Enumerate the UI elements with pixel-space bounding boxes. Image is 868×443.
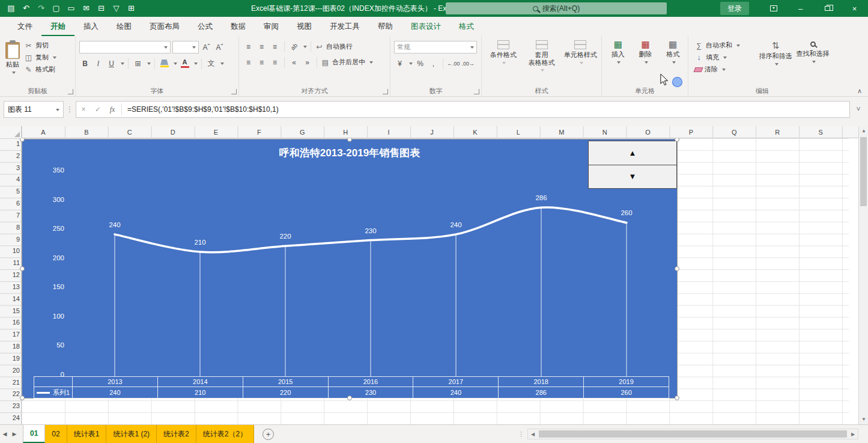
sheet-nav-right-icon[interactable]: ▶ [10,425,19,443]
row-header-6[interactable]: 6 [0,198,20,210]
bold-button[interactable]: B [79,58,91,69]
column-header-F[interactable]: F [238,126,281,138]
row-header-20[interactable]: 20 [0,365,20,377]
orientation-button[interactable]: ab [288,41,300,52]
scroll-left-icon[interactable]: ◀ [528,432,538,437]
ribbon-tab-文件[interactable]: 文件 [8,17,41,36]
sheet-tab-统计表2[interactable]: 统计表2 [157,425,196,443]
row-header-7[interactable]: 7 [0,210,20,222]
row-header-17[interactable]: 17 [0,329,20,341]
sheet-nav-left-icon[interactable]: ◀ [0,425,10,443]
sheet-tab-统计表1 (2)[interactable]: 统计表1 (2) [106,425,157,443]
login-button[interactable]: 登录 [720,2,749,15]
column-header-L[interactable]: L [497,126,540,138]
cell-styles-button[interactable]: 单元格样式 [562,39,599,87]
row-header-19[interactable]: 19 [0,353,20,365]
increase-decimal-button[interactable]: ←.00 [447,58,460,69]
row-header-22[interactable]: 22 [0,388,20,400]
row-header-11[interactable]: 11 [0,257,20,269]
name-box[interactable]: 图表 11 [4,101,64,118]
minimize-button[interactable]: – [787,0,814,17]
ribbon-tab-公式[interactable]: 公式 [189,17,222,36]
ribbon-tab-审阅[interactable]: 审阅 [255,17,288,36]
wrap-text-button[interactable]: ↩自动换行 [315,42,353,51]
font-size-combo[interactable] [172,41,199,53]
ribbon-tab-视图[interactable]: 视图 [288,17,321,36]
format-as-table-button[interactable]: 套用表格格式 [524,39,560,87]
restore-button[interactable] [814,0,841,17]
ribbon-tab-页面布局[interactable]: 页面布局 [141,17,189,36]
comma-style-button[interactable]: , [428,58,439,69]
email-icon[interactable]: ✉ [79,0,94,17]
column-header-N[interactable]: N [583,126,627,138]
chart-object[interactable]: 呼和浩特2013-2019年销售图表 050100150200250300350… [22,139,678,399]
scroll-up-icon[interactable]: ▲ [859,126,868,136]
expand-formula-bar-icon[interactable]: ˅ [852,101,864,118]
undo-icon[interactable]: ↶ [19,0,34,17]
row-header-5[interactable]: 5 [0,186,20,198]
scroll-down-icon[interactable]: ▼ [859,415,868,424]
italic-button[interactable]: I [93,58,104,69]
row-header-14[interactable]: 14 [0,293,20,305]
formula-input[interactable]: =SERIES(,'01'!$B$9:$H$9,'01'!$B$10:$H$10… [124,105,279,114]
column-header-J[interactable]: J [410,126,454,138]
sheet-tab-统计表2（2）[interactable]: 统计表2（2） [196,425,254,443]
align-top-icon[interactable]: ≡ [243,41,254,52]
row-header-10[interactable]: 10 [0,245,20,257]
row-header-1[interactable]: 1 [0,138,20,150]
row-header-12[interactable]: 12 [0,269,20,281]
row-header-9[interactable]: 9 [0,234,20,246]
fill-button[interactable]: ↓填充 [694,53,757,62]
column-header-I[interactable]: I [367,126,410,138]
new-sheet-button[interactable]: + [263,429,274,440]
row-header-13[interactable]: 13 [0,281,20,293]
collapse-ribbon-button[interactable]: ∧ [857,87,862,95]
column-header-G[interactable]: G [281,126,324,138]
fill-color-button[interactable] [159,58,170,69]
row-header-16[interactable]: 16 [0,317,20,329]
delete-cells-button[interactable]: ▦ 删除 [633,39,658,87]
sheet-tab-01[interactable]: 01 [23,425,45,443]
ribbon-tab-图表设计[interactable]: 图表设计 [402,17,450,36]
decrease-decimal-button[interactable]: .00→ [462,58,475,69]
filter-icon[interactable]: ▽ [109,0,124,17]
decrease-font-size-button[interactable]: Aˇ [214,41,225,53]
enter-icon[interactable]: ✓ [91,105,105,114]
row-header-23[interactable]: 23 [0,400,20,412]
decrease-indent-button[interactable]: « [288,57,300,68]
phonetic-guide-button[interactable]: 文 [205,58,217,69]
table-icon[interactable]: ⊞ [124,0,139,17]
column-header-H[interactable]: H [324,126,367,138]
merge-center-button[interactable]: ▤合并后居中 [321,58,373,67]
select-all-corner[interactable] [0,126,22,138]
sheet-tab-统计表1[interactable]: 统计表1 [67,425,107,443]
row-header-4[interactable]: 4 [0,174,20,186]
column-header-R[interactable]: R [756,126,799,138]
new-file-icon[interactable]: ▢ [49,0,64,17]
chart-resize-handle[interactable] [675,266,679,271]
ribbon-tab-开发工具[interactable]: 开发工具 [321,17,369,36]
percent-style-button[interactable]: % [414,58,426,69]
paste-button[interactable]: 粘贴 [4,39,22,87]
copy-button[interactable]: ◫复制 [24,53,56,62]
paste-dropdown[interactable] [12,72,16,76]
autosum-button[interactable]: ∑自动求和 [694,41,757,50]
ribbon-tab-绘图[interactable]: 绘图 [108,17,141,36]
close-button[interactable]: × [841,0,868,17]
column-header-S[interactable]: S [799,126,842,138]
vertical-scrollbar[interactable]: ▲ ▼ [858,126,868,424]
vertical-scrollbar-thumb[interactable] [860,137,867,206]
horizontal-scrollbar-thumb[interactable] [539,430,847,438]
column-header-Q[interactable]: Q [712,126,756,138]
find-select-button[interactable]: 查找和选择 [794,39,831,87]
row-header-21[interactable]: 21 [0,377,20,389]
align-middle-icon[interactable]: ≡ [256,41,267,52]
chart-resize-handle[interactable] [347,396,352,400]
search-box[interactable]: 搜索(Alt+Q) [446,2,667,14]
column-header-K[interactable]: K [454,126,497,138]
column-header-O[interactable]: O [627,126,670,138]
row-header-18[interactable]: 18 [0,341,20,353]
align-bottom-icon[interactable]: ≡ [269,41,281,52]
row-header-24[interactable]: 24 [0,412,20,424]
insert-function-icon[interactable]: fx [105,105,120,114]
